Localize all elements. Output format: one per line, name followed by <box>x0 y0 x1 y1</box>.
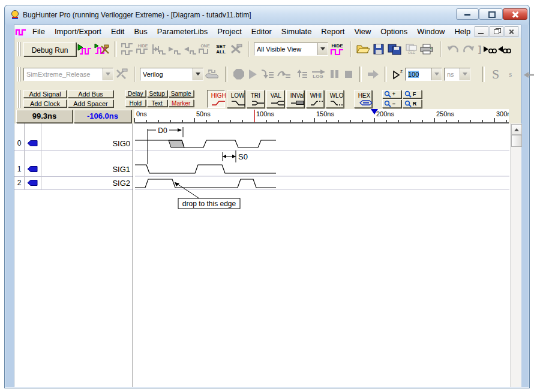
menu-simulate[interactable]: Simulate <box>277 27 317 36</box>
menu-report[interactable]: Report <box>316 27 349 36</box>
menu-options[interactable]: Options <box>376 27 412 36</box>
ruler-label: 200ns <box>376 110 394 117</box>
signal-row[interactable]: 2 SIG2 <box>14 177 133 189</box>
signal-name[interactable]: SIG1 <box>41 165 133 174</box>
zoom-in-button[interactable]: + <box>382 90 401 98</box>
menu-window[interactable]: Window <box>412 27 449 36</box>
find-next-icon[interactable] <box>497 43 511 55</box>
run-for-time-icon[interactable]: z <box>391 68 405 81</box>
state-tri-button[interactable]: TRI <box>247 90 265 108</box>
menu-edit[interactable]: Edit <box>106 27 129 36</box>
ole-copy-icon: OLE <box>404 44 419 55</box>
language-selector[interactable]: Verilog <box>140 68 203 81</box>
set-all-button[interactable]: SET ALL <box>213 44 229 55</box>
run-time-dropdown[interactable] <box>431 68 442 80</box>
state-low-button[interactable]: LOW <box>227 90 245 108</box>
restore-button[interactable] <box>479 8 503 20</box>
debug-run-button[interactable]: Debug Run <box>23 42 76 56</box>
menu-view[interactable]: View <box>349 27 376 36</box>
run-simulation-icon[interactable] <box>76 43 93 56</box>
toolbar-gripper[interactable] <box>17 42 22 56</box>
signal-index: 1 <box>14 165 24 173</box>
ruler-minor-tick <box>266 120 267 122</box>
add-bus-button[interactable]: Add Bus <box>68 90 113 98</box>
time-readout-primary[interactable]: 99.3ns <box>16 110 73 123</box>
title-bar[interactable]: BugHunter Pro (running Verilogger Extrem… <box>5 5 529 25</box>
undo-icon <box>446 43 461 55</box>
close-button[interactable] <box>503 8 527 20</box>
menu-help[interactable]: Help <box>449 27 475 36</box>
scroll-marker-triangle[interactable] <box>371 109 378 114</box>
minimize-button[interactable] <box>456 8 479 20</box>
waveform-SIG1[interactable] <box>135 165 276 173</box>
add-spacer-button[interactable]: Add Spacer <box>68 99 113 107</box>
state-high-button[interactable]: HIGH <box>207 90 225 108</box>
signal-direction-icon[interactable] <box>24 166 41 172</box>
menu-parameterlibs[interactable]: ParameterLibs <box>152 27 213 36</box>
run-time-input[interactable]: 100 <box>405 68 442 81</box>
hold-button[interactable]: Hold <box>125 99 146 107</box>
screenshot-canvas: BugHunter Pro (running Verilogger Extrem… <box>0 0 534 392</box>
text-button[interactable]: Text <box>147 99 167 107</box>
state-hex-button[interactable]: HEX <box>354 90 372 108</box>
menu-editor[interactable]: Editor <box>247 27 277 36</box>
scroll-up-button[interactable] <box>511 124 522 135</box>
signal-label-panel: 0 SIG0 1 SIG1 2 SIG2 <box>14 123 133 387</box>
state-wlo-button[interactable]: WLO <box>326 90 344 108</box>
add-clock-button[interactable]: Add Clock <box>23 99 67 107</box>
end-simulation-icon[interactable] <box>93 43 111 56</box>
magnifier-icon <box>404 100 412 107</box>
next-edge-icon <box>182 43 197 56</box>
signal-name[interactable]: SIG0 <box>41 139 133 148</box>
zoom-range-button[interactable]: R <box>403 99 422 108</box>
vertical-scrollbar[interactable] <box>510 123 521 387</box>
open-file-icon[interactable] <box>356 43 371 55</box>
menu-import-export[interactable]: Import/Export <box>50 27 106 36</box>
toolbar-separator <box>115 41 117 57</box>
toolbar-gripper[interactable] <box>17 67 22 82</box>
menu-file[interactable]: File <box>28 27 50 36</box>
save-icon[interactable] <box>371 43 387 55</box>
timeline-ruler[interactable]: 0ns50ns100ns150ns200ns250ns300ns <box>134 109 509 123</box>
hide-view-icon[interactable]: HIDE <box>328 43 346 55</box>
signal-direction-icon[interactable] <box>24 140 41 146</box>
state-inval-button[interactable]: INVal <box>286 90 304 108</box>
language-selector-dropdown[interactable] <box>193 68 203 80</box>
signal-direction-icon[interactable] <box>24 180 41 186</box>
time-readout-secondary[interactable]: -106.0ns <box>74 110 131 123</box>
toolbar-gripper[interactable] <box>17 90 22 108</box>
signal-index: 2 <box>14 179 24 187</box>
mdi-minimize-button[interactable] <box>475 26 488 37</box>
magnifier-icon <box>404 91 412 98</box>
signal-name[interactable]: SIG2 <box>41 179 133 188</box>
ruler-major-tick <box>134 118 135 122</box>
save-all-icon[interactable] <box>387 43 404 55</box>
waveform-SIG2[interactable] <box>135 179 276 188</box>
waveform-canvas[interactable]: D0S0drop to this edge <box>135 123 509 387</box>
setup-button[interactable]: Setup <box>147 90 167 97</box>
ruler-minor-tick <box>422 120 423 122</box>
print-icon[interactable] <box>419 43 436 55</box>
signal-row[interactable]: 1 SIG1 <box>14 162 133 176</box>
scrollbar-thumb[interactable] <box>511 135 522 147</box>
signal-row[interactable]: 0 SIG0 <box>14 137 133 150</box>
view-selector[interactable]: All Visible View <box>254 43 328 56</box>
state-whi-button[interactable]: WHI <box>306 90 324 108</box>
mdi-close-button[interactable] <box>505 26 518 37</box>
state-val-button[interactable]: VAL <box>266 90 284 108</box>
time-unit-selector[interactable]: ns <box>444 68 470 81</box>
sample-button[interactable]: Sample <box>169 90 194 97</box>
delay-button[interactable]: Delay <box>125 90 146 97</box>
time-unit-dropdown[interactable] <box>460 68 470 80</box>
mdi-restore-button[interactable] <box>490 26 503 37</box>
menu-project[interactable]: Project <box>212 27 246 36</box>
marker-button[interactable]: Marker <box>169 99 194 107</box>
waveform-SIG0[interactable] <box>135 140 276 147</box>
pause-icon <box>327 68 341 81</box>
find-previous-icon[interactable] <box>482 43 497 55</box>
add-signal-button[interactable]: Add Signal <box>23 90 67 98</box>
zoom-out-button[interactable]: − <box>382 99 401 108</box>
menu-bus[interactable]: Bus <box>129 27 152 36</box>
view-selector-dropdown[interactable] <box>317 43 328 55</box>
zoom-full-button[interactable]: F <box>403 90 422 98</box>
